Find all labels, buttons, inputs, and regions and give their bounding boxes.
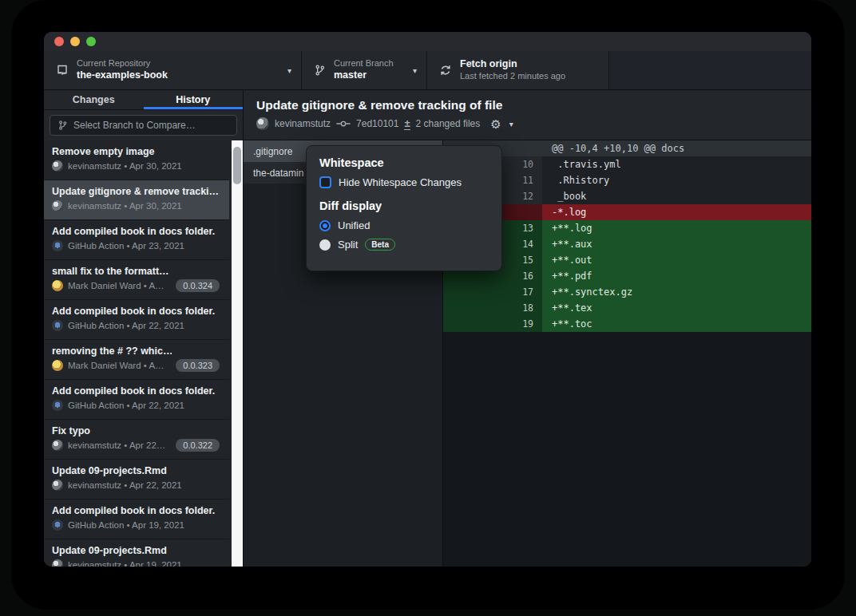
- content: Changes History Select Branch to Compare…: [44, 90, 811, 567]
- file-name: the-datamin: [253, 168, 303, 179]
- current-branch-label: Current Branch: [334, 58, 400, 69]
- commit-item-title: Update gitignore & remove tracki…: [52, 186, 221, 197]
- diff-line-added: 17+**.synctex.gz: [443, 284, 811, 300]
- diff-options-popover: Whitespace Hide Whitespace Changes Diff …: [306, 145, 502, 271]
- commit-list-item[interactable]: Fix typokevinamstutz • Apr 22…0.0.322: [44, 420, 229, 460]
- new-line-number: 18: [493, 300, 542, 316]
- fetch-origin-button[interactable]: Fetch origin Last fetched 2 minutes ago: [427, 51, 609, 89]
- tab-history[interactable]: History: [144, 90, 244, 109]
- commit-item-author-date: Mark Daniel Ward • A…: [68, 361, 164, 370]
- avatar: [52, 440, 63, 451]
- file-name: .gitignore: [253, 146, 292, 157]
- commit-item-title: Add compiled book in docs folder.: [52, 385, 221, 397]
- commit-item-author-date: GitHub Action • Apr 22, 2021: [68, 401, 184, 410]
- compare-branch-container: Select Branch to Compare…: [44, 110, 243, 140]
- diff-line-text: -*.log: [542, 204, 811, 220]
- avatar: [52, 400, 63, 411]
- commit-item-title: small fix to the formatt…: [52, 266, 172, 277]
- avatar: [52, 200, 63, 211]
- avatar: [52, 480, 63, 491]
- diff-line-text: _book: [542, 188, 811, 204]
- new-line-number: 19: [493, 316, 542, 332]
- close-button[interactable]: [54, 37, 64, 46]
- compare-branch-placeholder: Select Branch to Compare…: [73, 120, 196, 131]
- chevron-down-icon: ▾: [413, 66, 417, 75]
- unified-option[interactable]: Unified: [319, 219, 489, 231]
- commit-item-meta: GitHub Action • Apr 22, 2021: [52, 400, 221, 411]
- avatar: [52, 280, 63, 291]
- commit-item-meta: kevinamstutz • Apr 30, 2021: [52, 200, 221, 211]
- version-badge: 0.0.323: [176, 359, 220, 372]
- diff-line-text: .Rhistory: [542, 172, 811, 188]
- radio-selected-icon[interactable]: [319, 220, 331, 231]
- scrollbar-track[interactable]: [232, 140, 243, 567]
- commit-item-meta: GitHub Action • Apr 22, 2021: [52, 320, 221, 331]
- diff-line-text: +**.pdf: [542, 268, 811, 284]
- hide-whitespace-option[interactable]: Hide Whitespace Changes: [319, 176, 489, 188]
- commit-item-title: Add compiled book in docs folder.: [52, 505, 221, 516]
- commit-list-item[interactable]: removing the # ?? whic…Mark Daniel Ward …: [44, 340, 229, 380]
- beta-badge: Beta: [365, 239, 395, 251]
- old-line-number: [443, 316, 493, 332]
- avatar: [52, 519, 63, 531]
- commit-list-item[interactable]: Add compiled book in docs folder.GitHub …: [44, 220, 229, 260]
- commit-item-meta: GitHub Action • Apr 19, 2021: [52, 519, 221, 531]
- scrollbar-thumb[interactable]: [233, 147, 241, 184]
- gear-icon: ⚙: [490, 118, 501, 130]
- checkbox-icon[interactable]: [319, 176, 331, 188]
- commit-item-author-date: kevinamstutz • Apr 22…: [68, 440, 165, 450]
- zoom-button[interactable]: [86, 37, 96, 46]
- diff-line-text: +**.toc: [542, 316, 811, 332]
- version-badge: 0.0.324: [176, 279, 220, 292]
- commit-title: Update gitignore & remove tracking of fi…: [256, 98, 799, 113]
- github-desktop-window: Current Repository the-examples-book ▾ C…: [44, 32, 811, 567]
- new-line-number: 17: [493, 284, 542, 300]
- diff-line-text: +**.log: [542, 220, 811, 236]
- diff-stat-icon: ±: [404, 118, 410, 130]
- commit-icon: [336, 119, 351, 128]
- commit-list-item[interactable]: Remove empty imagekevinamstutz • Apr 30,…: [44, 140, 229, 180]
- commit-list: Remove empty imagekevinamstutz • Apr 30,…: [44, 140, 243, 567]
- repo-book-icon: [56, 64, 69, 77]
- main-panel: Update gitignore & remove tracking of fi…: [244, 90, 811, 567]
- chevron-down-icon: ▾: [287, 66, 291, 75]
- commit-author: kevinamstutz: [275, 118, 331, 129]
- current-branch-button[interactable]: Current Branch master ▾: [302, 51, 427, 89]
- minimize-button[interactable]: [70, 37, 80, 46]
- diff-line-text: +**.tex: [542, 300, 811, 316]
- commit-item-title: Update 09-projects.Rmd: [52, 545, 221, 556]
- sync-icon: [439, 64, 452, 77]
- diff-line-added: 19+**.toc: [443, 316, 811, 332]
- new-line-number: 16: [493, 268, 542, 284]
- split-option[interactable]: Split Beta: [319, 239, 489, 251]
- commit-item-meta: kevinamstutz • Apr 30, 2021: [52, 160, 221, 172]
- diff-line-added: 18+**.tex: [443, 300, 811, 316]
- commit-item-meta: GitHub Action • Apr 23, 2021: [52, 240, 221, 251]
- compare-branch-input[interactable]: Select Branch to Compare…: [50, 115, 237, 136]
- old-line-number: [443, 300, 493, 316]
- radio-unselected-icon[interactable]: [319, 239, 331, 251]
- split-label: Split: [338, 239, 358, 251]
- commit-list-item[interactable]: Update 09-projects.Rmdkevinamstutz • Apr…: [44, 460, 229, 500]
- commit-list-item[interactable]: Update gitignore & remove tracki…kevinam…: [44, 180, 229, 220]
- changed-files-count: 2 changed files: [416, 118, 481, 129]
- commit-list-item[interactable]: Add compiled book in docs folder.GitHub …: [44, 300, 229, 340]
- commit-list-item[interactable]: small fix to the formatt…Mark Daniel War…: [44, 260, 229, 300]
- version-badge: 0.0.322: [176, 439, 220, 452]
- fetch-origin-label: Fetch origin: [460, 58, 599, 71]
- commit-list-item[interactable]: Add compiled book in docs folder.GitHub …: [44, 500, 229, 539]
- toolbar: Current Repository the-examples-book ▾ C…: [44, 51, 811, 90]
- commit-item-author-date: GitHub Action • Apr 22, 2021: [68, 321, 184, 330]
- commit-item-author-date: Mark Daniel Ward • A…: [68, 281, 164, 290]
- avatar: [256, 117, 269, 130]
- old-line-number: [443, 284, 493, 300]
- tab-changes[interactable]: Changes: [44, 90, 144, 109]
- commit-list-item[interactable]: Update 09-projects.Rmdkevinamstutz • Apr…: [44, 539, 229, 567]
- diff-line-text: +**.out: [542, 252, 811, 268]
- whitespace-heading: Whitespace: [319, 156, 489, 169]
- commit-list-item[interactable]: Add compiled book in docs folder.GitHub …: [44, 380, 229, 420]
- diff-options-button[interactable]: ⚙ ▾: [490, 118, 513, 130]
- commit-header: Update gitignore & remove tracking of fi…: [244, 90, 811, 140]
- avatar: [52, 320, 63, 331]
- current-repository-button[interactable]: Current Repository the-examples-book ▾: [44, 51, 302, 89]
